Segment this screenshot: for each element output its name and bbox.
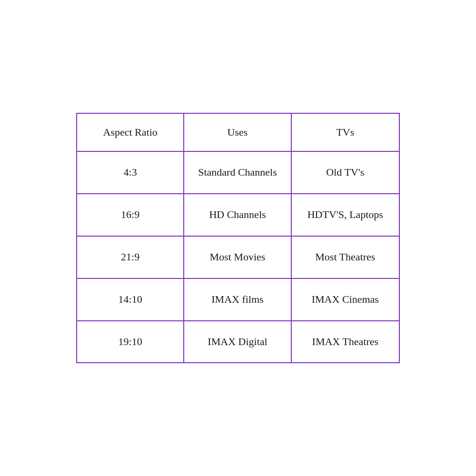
cell-uses-1: Standard Channels bbox=[184, 152, 291, 193]
table-row: 16:9 HD Channels HDTV'S, Laptops bbox=[77, 194, 399, 237]
cell-ratio-4: 14:10 bbox=[77, 279, 184, 320]
cell-tvs-5: IMAX Theatres bbox=[292, 321, 399, 363]
table-row: 19:10 IMAX Digital IMAX Theatres bbox=[77, 321, 399, 363]
table-row: 21:9 Most Movies Most Theatres bbox=[77, 237, 399, 279]
cell-uses-5: IMAX Digital bbox=[184, 321, 291, 363]
cell-uses-2: HD Channels bbox=[184, 194, 291, 236]
cell-ratio-3: 21:9 bbox=[77, 237, 184, 278]
header-uses: Uses bbox=[184, 114, 291, 151]
table-row: 14:10 IMAX films IMAX Cinemas bbox=[77, 279, 399, 321]
cell-ratio-2: 16:9 bbox=[77, 194, 184, 236]
cell-ratio-5: 19:10 bbox=[77, 321, 184, 363]
aspect-ratio-table: Aspect Ratio Uses TVs 4:3 Standard Chann… bbox=[76, 113, 400, 364]
cell-tvs-4: IMAX Cinemas bbox=[292, 279, 399, 320]
header-aspect-ratio: Aspect Ratio bbox=[77, 114, 184, 151]
cell-uses-4: IMAX films bbox=[184, 279, 291, 320]
cell-tvs-1: Old TV's bbox=[292, 152, 399, 193]
cell-tvs-2: HDTV'S, Laptops bbox=[292, 194, 399, 236]
cell-ratio-1: 4:3 bbox=[77, 152, 184, 193]
header-tvs: TVs bbox=[292, 114, 399, 151]
cell-tvs-3: Most Theatres bbox=[292, 237, 399, 278]
table-header-row: Aspect Ratio Uses TVs bbox=[77, 114, 399, 152]
table-row: 4:3 Standard Channels Old TV's bbox=[77, 152, 399, 194]
cell-uses-3: Most Movies bbox=[184, 237, 291, 278]
